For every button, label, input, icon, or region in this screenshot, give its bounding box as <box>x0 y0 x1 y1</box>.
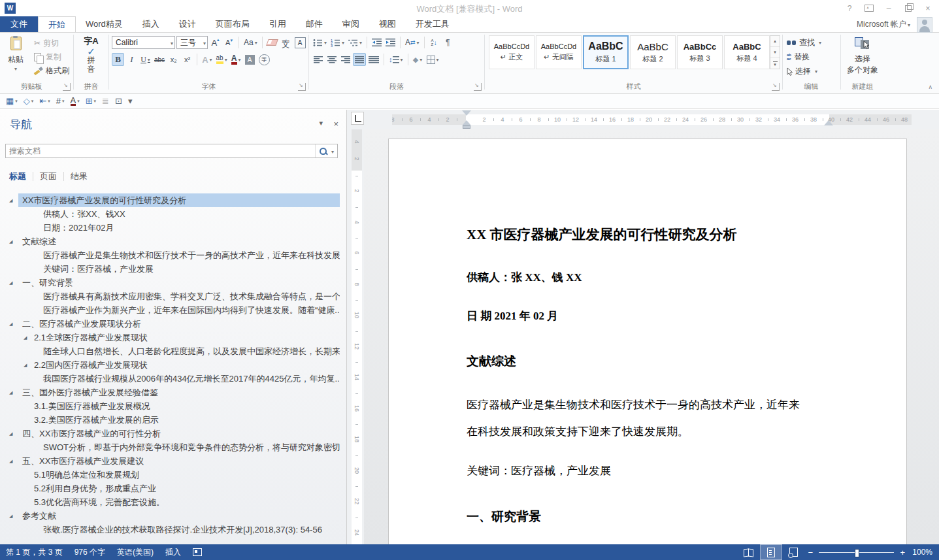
copy-button[interactable]: 复制 <box>32 50 63 63</box>
nav-item[interactable]: ◢四、XX市医疗器械产业的可行性分析 <box>0 427 340 440</box>
nav-tab-页面[interactable]: 页面 <box>33 171 63 182</box>
nav-item[interactable]: 关键词：医疗器械，产业发展 <box>0 262 340 276</box>
nav-item[interactable]: SWOT分析，即基于内外部竞争环境和竞争条件的态势分析，将与研究对象密切... <box>0 440 340 454</box>
vertical-ruler[interactable]: 4224681012141618202224 <box>351 129 363 544</box>
nav-item[interactable]: ◢XX市医疗器械产业发展的可行性研究及分析 <box>0 193 340 207</box>
underline-button[interactable]: U <box>139 53 152 66</box>
character-border-button[interactable]: A <box>293 36 307 49</box>
nav-item[interactable]: ◢2.1全球医疗器械产业发展现状 <box>0 331 340 344</box>
style-card-标题 4[interactable]: AaBbC标题 4 <box>724 35 770 69</box>
align-center-button[interactable] <box>325 53 338 66</box>
minimize-button[interactable]: – <box>879 0 898 16</box>
macro-record-icon[interactable] <box>193 548 202 556</box>
font-color-tool-button[interactable]: A▾ <box>69 96 82 107</box>
replace-button[interactable]: abac 替换 <box>787 50 810 63</box>
style-card-正文[interactable]: AaBbCcDd↵ 正文 <box>489 35 535 69</box>
ribbon-tab-开发工具[interactable]: 开发工具 <box>406 16 459 32</box>
styles-dialog-launcher[interactable]: ↘ <box>772 83 780 91</box>
nav-item[interactable]: ◢参考文献 <box>0 509 340 523</box>
nav-item[interactable]: 3.2.美国医疗器械产业发展的启示 <box>0 413 340 427</box>
print-layout-button[interactable] <box>760 544 782 560</box>
style-card-标题 1[interactable]: AaBbC标题 1 <box>583 35 629 69</box>
ribbon-tab-设计[interactable]: 设计 <box>169 16 206 32</box>
expand-triangle-icon[interactable]: ◢ <box>9 386 12 399</box>
right-indent-marker[interactable] <box>824 120 833 125</box>
nav-item[interactable]: 5.3优化营商环境，完善配套设施。 <box>0 495 340 509</box>
bullets-button[interactable] <box>312 36 328 49</box>
grow-font-button[interactable]: A▴ <box>209 36 222 49</box>
nav-item[interactable]: ◢三、国外医疗器械产业发展经验借鉴 <box>0 386 340 399</box>
zoom-in-button[interactable]: + <box>897 548 908 557</box>
font-name-combo[interactable]: Calibri <box>112 36 175 49</box>
nav-item[interactable]: ◢一、研究背景 <box>0 276 340 289</box>
navigation-pane-close-button[interactable]: × <box>333 119 338 129</box>
expand-triangle-icon[interactable]: ◢ <box>9 317 12 331</box>
format-tool-button[interactable]: ≣ <box>100 96 111 107</box>
tab-stop-selector[interactable] <box>351 112 364 125</box>
decrease-indent-button[interactable] <box>371 36 383 49</box>
font-dialog-launcher[interactable]: ↘ <box>298 83 306 91</box>
close-button[interactable]: × <box>918 0 938 16</box>
language-indicator[interactable]: 英语(美国) <box>111 547 159 558</box>
zoom-slider-thumb[interactable] <box>855 549 859 557</box>
zoom-out-button[interactable]: − <box>804 548 816 557</box>
nav-item[interactable]: ◢五、XX市医疗器械产业发展建议 <box>0 454 340 468</box>
expand-triangle-icon[interactable]: ◢ <box>24 358 27 372</box>
character-shading-button[interactable]: A <box>244 53 256 66</box>
insert-table-tool-button[interactable]: ▦▾ <box>4 96 20 107</box>
justify-button[interactable] <box>353 53 366 66</box>
nav-item[interactable]: 5.2利用自身优势，形成重点产业 <box>0 482 340 495</box>
show-marks-button[interactable]: ¶ <box>442 36 454 49</box>
nav-item[interactable]: 日期：2021年02月 <box>0 221 340 235</box>
borders-button[interactable] <box>425 53 440 66</box>
horizontal-ruler[interactable]: 8642246810121416182022242628303234363840… <box>364 110 939 129</box>
word-count[interactable]: 976 个字 <box>69 547 111 558</box>
account-menu[interactable]: Microsoft 帐户 <box>857 16 910 33</box>
expand-triangle-icon[interactable]: ◢ <box>9 235 12 248</box>
numbering-button[interactable]: 123 <box>329 36 346 49</box>
style-card-标题 2[interactable]: AaBbC标题 2 <box>630 35 676 69</box>
file-tab[interactable]: 文件 <box>0 16 38 32</box>
zoom-slider[interactable] <box>819 552 894 553</box>
clipboard-dialog-launcher[interactable]: ↘ <box>63 83 71 91</box>
change-case-button[interactable]: Aa <box>242 36 259 49</box>
font-size-combo[interactable]: 三号 <box>176 36 208 49</box>
paste-button[interactable]: 粘贴 <box>2 35 29 85</box>
multilevel-list-button[interactable] <box>347 36 363 49</box>
nav-item[interactable]: ◢2.2国内医疗器械产业发展现状 <box>0 358 340 372</box>
select-multiple-objects-button[interactable]: 选择 多个对象 <box>844 35 881 84</box>
format-painter-button[interactable]: 格式刷 <box>32 64 71 77</box>
shapes-tool-button[interactable]: ◇▾ <box>22 96 36 107</box>
expand-triangle-icon[interactable]: ◢ <box>9 454 12 468</box>
ribbon-tab-邮件[interactable]: 邮件 <box>296 16 333 32</box>
read-mode-button[interactable] <box>738 544 760 560</box>
expand-triangle-icon[interactable]: ◢ <box>9 509 12 523</box>
style-card-标题 3[interactable]: AaBbCc标题 3 <box>677 35 723 69</box>
character-scale-button[interactable]: A ⇄ <box>404 36 421 49</box>
select-button[interactable]: 选择 <box>787 65 817 78</box>
font-color-button[interactable]: A <box>230 53 242 66</box>
nav-item[interactable]: ◢二、医疗器械产业发展现状分析 <box>0 317 340 331</box>
subscript-button[interactable]: x₂ <box>167 53 180 66</box>
collapse-ribbon-button[interactable]: ∧ <box>928 84 932 90</box>
restore-button[interactable] <box>898 0 918 16</box>
line-spacing-button[interactable]: ↕ <box>387 53 404 66</box>
page-indicator[interactable]: 第 1 页，共 3 页 <box>0 547 69 558</box>
navigation-pane-options-button[interactable]: ▾ <box>319 119 323 127</box>
ribbon-tab-插入[interactable]: 插入 <box>133 16 169 32</box>
first-line-indent-marker[interactable] <box>462 110 471 116</box>
find-button[interactable]: 查找 <box>787 36 821 49</box>
nav-item[interactable]: ◢文献综述 <box>0 235 340 248</box>
page-number-tool-button[interactable]: #▾ <box>54 96 67 107</box>
object-paste-tool-button[interactable]: ⊡ <box>113 96 124 107</box>
nav-item[interactable]: 3.1.美国医疗器械产业发展概况 <box>0 399 340 413</box>
zoom-level[interactable]: 100% <box>908 548 939 557</box>
styles-scroll-up-button[interactable]: ▴ <box>770 36 780 47</box>
web-layout-button[interactable] <box>782 544 804 560</box>
border-table-tool-button[interactable]: ⊞▾ <box>84 96 98 107</box>
toolbar-options-button[interactable]: ▾ <box>126 96 135 107</box>
paragraph-dialog-launcher[interactable]: ↘ <box>474 83 482 91</box>
clear-formatting-button[interactable] <box>266 36 278 49</box>
shrink-font-button[interactable]: A▾ <box>223 36 235 49</box>
hanging-indent-marker[interactable] <box>462 120 471 125</box>
